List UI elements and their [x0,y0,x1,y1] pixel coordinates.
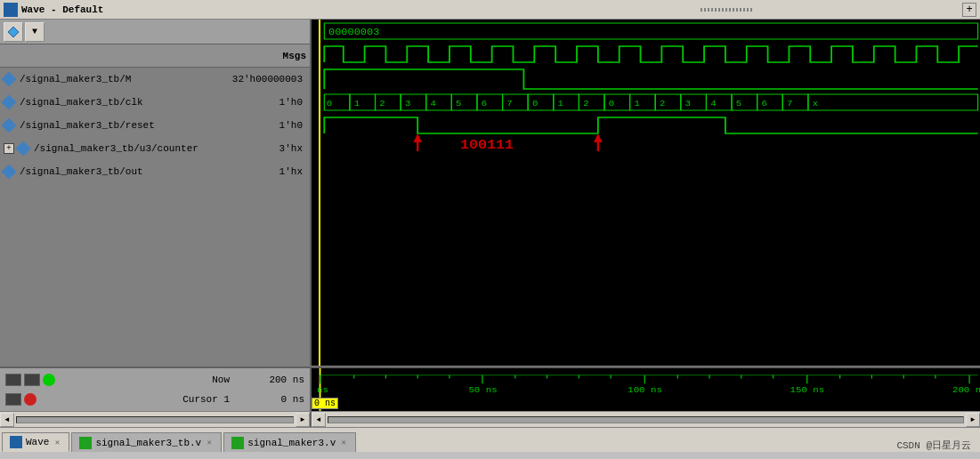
svg-text:3: 3 [405,100,411,109]
wave-canvas[interactable]: 00000003 0 1 2 3 4 5 6 [312,20,980,366]
svg-text:1: 1 [558,100,564,109]
svg-text:x: x [813,100,819,109]
signal-value: 1'h0 [226,120,306,131]
bottom-right-credit: CSDN @日星月云 [896,439,978,452]
signal-name: /signal_maker3_tb/out [20,166,226,177]
status-green-dot [43,374,55,386]
signal-panel: ▼ Msgs /signal_maker3_tb/M 32'h00000003 … [0,20,312,366]
svg-text:00000003: 00000003 [328,28,379,37]
wave-icon [4,3,18,17]
cursor-line [319,20,320,366]
status-bar: Now 200 ns Cursor 1 0 ns [0,366,980,411]
cursor-value: 0 ns [233,394,304,405]
svg-text:5: 5 [456,100,462,109]
left-toolbar: ▼ [0,20,310,44]
svg-text:100111: 100111 [460,138,514,152]
wave-tab-icon [10,436,22,448]
tab-wave-close[interactable]: ✕ [53,438,61,447]
svg-text:1: 1 [634,100,640,109]
signal-name: /signal_maker3_tb/reset [20,120,226,131]
tab-sm-close[interactable]: ✕ [339,439,348,447]
signal-diamond-icon [2,165,17,180]
status-icon-1 [5,374,21,386]
list-item[interactable]: /signal_maker3_tb/reset 1'h0 [0,114,310,137]
signal-name: /signal_maker3_tb/M [20,74,226,85]
signal-value: 3'hx [226,143,306,154]
svg-text:3: 3 [685,100,692,109]
signal-name: /signal_maker3_tb/clk [20,97,226,108]
tab-bar: Wave ✕ signal_maker3_tb.v ✕ signal_maker… [0,427,980,452]
svg-text:4: 4 [431,100,437,109]
waveform-svg: 00000003 0 1 2 3 4 5 6 [312,20,980,158]
status-right-timeline: ns 50 ns 100 ns 150 ns 200 ns 0 ns [312,368,980,411]
signal-value: 1'hx [226,166,306,177]
dropdown-button[interactable]: ▼ [25,22,45,42]
list-item[interactable]: /signal_maker3_tb/clk 1'h0 [0,91,310,114]
svg-text:2: 2 [583,100,589,109]
scrollbar-area: ◄ ► ◄ ► [0,411,980,427]
status-red-dot [24,393,36,406]
tab-m-icon-1 [79,437,92,449]
title-bar: Wave - Default + [0,0,980,20]
signal-diamond-icon [2,72,17,87]
svg-text:2: 2 [379,100,385,109]
svg-marker-0 [8,27,19,37]
credit-text: CSDN @日星月云 [896,439,971,452]
status-left: Now 200 ns Cursor 1 0 ns [0,368,312,411]
svg-rect-1 [324,23,977,39]
msgs-label: Msgs [155,51,306,61]
waveform-panel: 00000003 0 1 2 3 4 5 6 [312,20,980,366]
list-item[interactable]: /signal_maker3_tb/M 32'h00000003 [0,68,310,91]
title-drag [492,8,963,12]
svg-text:0: 0 [532,100,539,109]
scroll-left-arrow-2[interactable]: ◄ [312,413,326,427]
left-scrollbar[interactable]: ◄ ► [0,412,312,427]
svg-text:6: 6 [761,100,767,109]
signal-value: 32'h00000003 [226,74,306,85]
svg-text:1: 1 [354,100,360,109]
svg-marker-44 [413,133,422,142]
tab-signal-maker[interactable]: signal_maker3.v ✕ [223,432,356,452]
signal-diamond-icon [2,118,17,133]
expand-button[interactable]: + [4,143,14,154]
main-area: ▼ Msgs /signal_maker3_tb/M 32'h00000003 … [0,20,980,366]
right-scrollbar[interactable]: ◄ ► [312,412,980,427]
svg-text:4: 4 [710,100,717,109]
svg-text:200 ns: 200 ns [952,386,980,395]
list-item[interactable]: /signal_maker3_tb/out 1'hx [0,160,310,183]
tab-tb-label: signal_maker3_tb.v [95,438,201,448]
drag-handle [701,8,754,12]
list-item[interactable]: + /signal_maker3_tb/u3/counter 3'hx [0,137,310,160]
svg-text:100 ns: 100 ns [628,386,662,395]
svg-text:ns: ns [317,386,328,395]
cursor-label: Cursor 1 [40,394,230,405]
svg-text:150 ns: 150 ns [790,386,825,395]
signal-list[interactable]: /signal_maker3_tb/M 32'h00000003 /signal… [0,68,310,366]
cursor-value-box: 0 ns [312,398,338,409]
msgs-header: Msgs [0,44,310,68]
tab-sm-label: signal_maker3.v [247,438,336,448]
add-signal-button[interactable] [4,22,23,42]
svg-text:7: 7 [787,100,793,109]
scroll-right-arrow-2[interactable]: ► [966,413,980,427]
now-label: Now [59,374,230,385]
add-tab-button[interactable]: + [962,3,976,17]
scroll-track[interactable] [16,416,294,423]
now-value: 200 ns [233,374,304,385]
svg-text:6: 6 [482,100,488,109]
signal-name: /signal_maker3_tb/u3/counter [34,143,226,154]
svg-text:0: 0 [327,100,333,109]
svg-text:2: 2 [660,100,666,109]
tab-wave[interactable]: Wave ✕ [2,432,69,452]
scroll-right-arrow[interactable]: ► [296,413,310,427]
tab-wave-label: Wave [26,437,49,447]
scroll-left-arrow[interactable]: ◄ [0,413,14,427]
svg-text:0: 0 [609,100,615,109]
tab-signal-maker-tb[interactable]: signal_maker3_tb.v ✕ [71,432,222,452]
timeline-svg: ns 50 ns 100 ns 150 ns 200 ns [312,368,980,411]
signal-value: 1'h0 [226,97,306,108]
scroll-track-2[interactable] [328,416,964,423]
svg-marker-46 [594,133,603,142]
svg-text:7: 7 [506,100,513,109]
tab-tb-close[interactable]: ✕ [205,439,214,447]
